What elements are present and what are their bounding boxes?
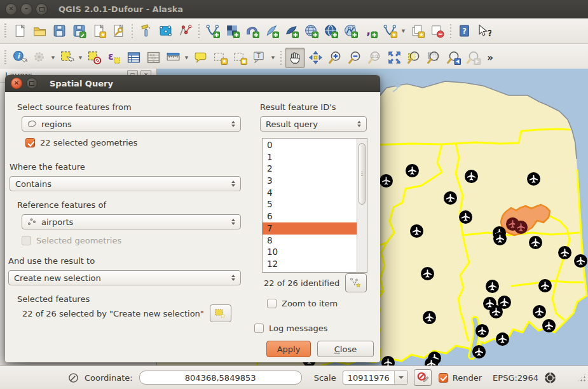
add-mssql-layer-icon: [284, 24, 299, 38]
add-delimited-text-layer-button[interactable]: ,: [360, 22, 379, 41]
zoom-in-icon: [328, 50, 343, 65]
new-project-button[interactable]: [10, 22, 29, 41]
map-tips-button[interactable]: [191, 48, 210, 67]
add-vector-layer-button[interactable]: [203, 22, 222, 41]
zoom-full-extent-button[interactable]: [385, 48, 404, 67]
save-project-button[interactable]: [50, 22, 69, 41]
log-messages-checkbox[interactable]: [254, 324, 264, 333]
new-bookmark-button[interactable]: [210, 48, 229, 67]
window-maximize-button[interactable]: [36, 3, 48, 15]
oracle-georaster-button[interactable]: [156, 22, 175, 41]
scale-combo[interactable]: 10911976: [343, 371, 408, 385]
result-action-combo[interactable]: Create new selection: [8, 270, 241, 285]
current-edits-icon[interactable]: [68, 372, 79, 383]
result-list-item[interactable]: 0: [263, 139, 357, 151]
window-close-button[interactable]: ✕: [5, 3, 17, 15]
result-list-item[interactable]: 10: [263, 246, 357, 258]
dialog-close-button[interactable]: ✕: [11, 78, 22, 89]
window-minimize-button[interactable]: –: [20, 3, 32, 15]
toolbar-overflow-button[interactable]: »: [483, 48, 497, 67]
show-bookmarks-button[interactable]: [230, 48, 249, 67]
measure-line-dropdown[interactable]: ▼: [183, 48, 190, 67]
identified-count-text: 22 of 26 identified: [264, 278, 339, 288]
new-print-composer-button[interactable]: [89, 22, 108, 41]
zoom-to-item-checkbox[interactable]: [267, 299, 277, 308]
add-wms-layer-button[interactable]: [301, 22, 320, 41]
add-spatialite-layer-button[interactable]: [262, 22, 281, 41]
toolbar-separator: [196, 24, 201, 38]
whats-this-button[interactable]: ?: [474, 22, 493, 41]
select-features-dropdown[interactable]: ▼: [77, 48, 84, 67]
result-list-item[interactable]: 3: [263, 175, 357, 187]
select-result-button[interactable]: [210, 304, 231, 322]
result-list-item[interactable]: 7: [263, 222, 357, 235]
source-layer-combo[interactable]: regions: [22, 116, 241, 132]
measure-line-button[interactable]: [163, 48, 182, 67]
add-raster-layer-icon: [225, 24, 240, 38]
pan-map-button[interactable]: [285, 48, 305, 68]
save-project-as-button[interactable]: [69, 22, 88, 41]
source-selected-label: 22 selected geometries: [40, 138, 137, 147]
result-list-item[interactable]: 8: [263, 235, 357, 247]
stop-rendering-button[interactable]: [414, 369, 432, 386]
add-postgis-layer-button[interactable]: [242, 22, 261, 41]
dialog-titlebar[interactable]: ✕ Spatial Query: [5, 75, 380, 92]
help-button[interactable]: ?: [455, 22, 474, 41]
result-id-list[interactable]: 0123456781012: [262, 138, 367, 273]
add-raster-layer-button[interactable]: [222, 22, 242, 41]
statistical-summary-button[interactable]: [144, 48, 163, 67]
gps-tools-button[interactable]: [136, 22, 155, 41]
scrollbar-thumb[interactable]: [359, 143, 366, 205]
zoom-last-button[interactable]: [444, 48, 463, 67]
result-list-item[interactable]: 12: [263, 258, 357, 270]
apply-button[interactable]: Apply: [266, 341, 311, 357]
select-features-button[interactable]: [57, 48, 76, 67]
close-button[interactable]: Close: [317, 341, 374, 357]
crs-status-icon[interactable]: [544, 372, 556, 384]
zoom-to-selection-button[interactable]: [404, 48, 423, 67]
run-feature-action-dropdown[interactable]: ▼: [50, 48, 57, 67]
select-identified-button[interactable]: [345, 273, 367, 292]
predicate-combo[interactable]: Contains: [10, 176, 241, 191]
result-list-item[interactable]: 5: [263, 198, 357, 210]
resize-grip[interactable]: [577, 373, 586, 382]
new-shapefile-layer-dropdown[interactable]: ▼: [400, 22, 407, 41]
add-wcs-layer-button[interactable]: [321, 22, 340, 41]
result-list-item[interactable]: 6: [263, 210, 357, 222]
scale-dropdown-icon[interactable]: [394, 371, 407, 384]
new-spatialite-layer-button[interactable]: [407, 22, 427, 41]
offset-curve-button[interactable]: [175, 22, 195, 41]
new-shapefile-layer-button[interactable]: [380, 22, 399, 41]
render-checkbox[interactable]: [439, 373, 448, 383]
svg-text:,: ,: [366, 24, 371, 37]
text-annotation-dropdown[interactable]: ▼: [270, 48, 277, 67]
coordinate-input[interactable]: [139, 371, 302, 385]
identify-features-button[interactable]: i: [10, 48, 29, 67]
result-list-item[interactable]: 1: [263, 151, 357, 163]
result-list-item[interactable]: 2: [263, 163, 357, 175]
source-selected-checkbox[interactable]: [25, 138, 35, 147]
add-mssql-layer-button[interactable]: [282, 22, 301, 41]
pan-to-selection-button[interactable]: [306, 48, 325, 67]
zoom-out-button[interactable]: [345, 48, 364, 67]
zoom-to-layer-button[interactable]: [424, 48, 443, 67]
open-project-button[interactable]: [30, 22, 49, 41]
select-by-expression-button[interactable]: ε: [104, 48, 123, 67]
add-wfs-layer-button[interactable]: [341, 22, 360, 41]
reference-layer-combo[interactable]: airports: [22, 214, 241, 229]
composer-manager-button[interactable]: [109, 22, 128, 41]
airport-marker: [475, 324, 489, 338]
zoom-in-button[interactable]: [325, 48, 345, 67]
deselect-features-button[interactable]: [85, 48, 104, 67]
vector-star-icon: [350, 276, 362, 289]
airplane-icon: [477, 326, 487, 336]
toolbar-grip[interactable]: [3, 24, 8, 39]
result-list-item[interactable]: 4: [263, 187, 357, 199]
open-attribute-table-button[interactable]: [124, 48, 143, 67]
text-annotation-button[interactable]: T: [250, 48, 269, 67]
result-view-combo[interactable]: Result query: [260, 116, 367, 132]
remove-layer-button[interactable]: [427, 22, 446, 41]
result-list-scrollbar[interactable]: [357, 139, 367, 272]
dialog-maximize-button[interactable]: [26, 78, 38, 89]
toolbar-grip[interactable]: [3, 50, 8, 65]
